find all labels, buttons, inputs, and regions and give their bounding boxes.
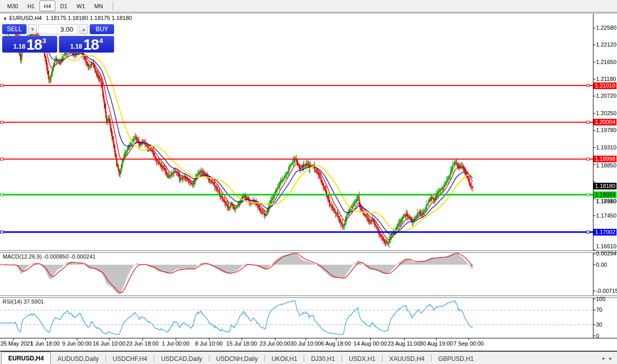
- price-tick-label: 1.19310: [596, 144, 616, 151]
- timeframe-button-w1[interactable]: W1: [73, 1, 90, 11]
- time-tick-label: 30 Aug 19:00: [420, 340, 453, 347]
- price-tick-label: 1.22120: [596, 41, 616, 48]
- chart-ohlc-header: ▲EURUSD,H41.18175 1.18180 1.18175 1.1818…: [3, 15, 132, 21]
- chevron-up-icon: ▲: [82, 27, 86, 32]
- candles-down-wicks: [5, 25, 473, 247]
- rsi-tick-label: 100: [596, 296, 616, 303]
- mt4-chart-window: M30H1H4D1W1MN ▲EURUSD,H41.18175 1.18180 …: [0, 0, 617, 364]
- sell-price-prefix: 1.18: [13, 43, 25, 50]
- tab-scroll-right-icon[interactable]: ▸: [609, 355, 612, 361]
- tab-scroll-left-icon[interactable]: ◂: [602, 355, 604, 361]
- chart-area[interactable]: [0, 0, 617, 364]
- timeframe-button-m30[interactable]: M30: [3, 1, 22, 11]
- chart-tab-usdx-h1[interactable]: USDX,H1: [342, 354, 382, 364]
- hline-handle[interactable]: [587, 84, 589, 87]
- hline-price-label: 1.17002: [593, 229, 616, 235]
- timeframe-button-h1[interactable]: H1: [23, 1, 38, 11]
- sell-price-big: 18: [26, 38, 41, 51]
- hline-price-label: 1.20004: [593, 119, 616, 125]
- hline-price-label: 1.18024: [593, 191, 616, 198]
- macd-histogram-area: [0, 253, 473, 294]
- buy-price-sup: 4: [99, 37, 103, 45]
- chevron-down-icon: ▼: [31, 27, 35, 32]
- panel-separator: [0, 295, 617, 296]
- panel-separator: [0, 250, 617, 251]
- rsi-tick-label: 70: [596, 307, 616, 313]
- sell-price-sup: 3: [42, 37, 46, 45]
- time-tick-label: 14 Aug 00:00: [354, 340, 387, 347]
- price-tick-label: 1.21180: [596, 76, 616, 82]
- price-tick-label: 1.17910: [596, 198, 616, 205]
- hline-handle[interactable]: [1, 121, 3, 123]
- chart-tab-usdchf-h4[interactable]: USDCHF,H4: [106, 354, 154, 364]
- time-tick-label: 6 Aug 18:00: [321, 340, 351, 347]
- sell-button[interactable]: SELL: [2, 24, 27, 34]
- tab-scroll-arrows: ◂▸: [602, 355, 617, 361]
- chart-tab-gbpusd-h1[interactable]: GBPUSD,H1: [432, 354, 480, 364]
- price-tick-label: 1.21650: [596, 59, 616, 66]
- time-tick-label: 23 Aug 11:00: [388, 340, 420, 347]
- panel-separator-gap: [0, 251, 617, 252]
- current-price-label: 1.18180: [593, 183, 616, 189]
- candles-up-bodies: [5, 29, 462, 244]
- timeframe-toolbar: M30H1H4D1W1MN: [0, 0, 617, 12]
- time-tick-label: 23 Jun 18:00: [126, 340, 159, 347]
- collapse-panel-icon[interactable]: ▲: [3, 16, 7, 20]
- panel-separator: [0, 252, 617, 253]
- chart-tab-usdcad-daily[interactable]: USDCAD,Daily: [154, 354, 209, 364]
- chart-tab-audusd-daily[interactable]: AUDUSD,Daily: [51, 354, 105, 364]
- macd-tick-label: -0.007151: [596, 288, 616, 294]
- one-click-trading-panel: SELL ▼ 3.00 ▲ BUY 1.18183 1.18184: [2, 24, 114, 53]
- ma-fast-line: [4, 30, 473, 240]
- price-tick-label: 1.17450: [596, 212, 616, 219]
- price-tick-label: 1.18850: [596, 162, 616, 169]
- price-tick-label: 1.20720: [596, 93, 616, 99]
- time-tick-label: 1 Jul 00:00: [162, 340, 189, 347]
- time-tick-label: 8 Jul 10:00: [195, 340, 223, 347]
- hline-handle[interactable]: [1, 158, 3, 160]
- chart-tab-ukoil-h1[interactable]: UKOil,H1: [265, 354, 304, 364]
- timeframe-button-h4[interactable]: H4: [39, 1, 55, 11]
- hline-handle[interactable]: [587, 121, 589, 123]
- hline-handle[interactable]: [1, 194, 3, 196]
- macd-tick-label: 0.002947: [596, 250, 616, 257]
- buy-price-prefix: 1.18: [70, 43, 82, 50]
- chart-tab-dj30-h1[interactable]: DJ30,H1: [304, 354, 342, 364]
- chart-ohlc-values: 1.18175 1.18180 1.18175 1.18180: [46, 15, 132, 21]
- timeframe-button-mn[interactable]: MN: [90, 1, 107, 11]
- hline-handle[interactable]: [1, 231, 3, 233]
- time-tick-label: 7 Sep 00:00: [453, 340, 483, 347]
- price-tick-label: 1.16510: [596, 243, 616, 250]
- time-tick-label: 25 May 2021: [1, 340, 33, 347]
- candles-up-wicks: [5, 26, 462, 248]
- sell-price-box[interactable]: 1.18183: [2, 36, 57, 53]
- time-tick-label: 16 Jun 10:00: [93, 340, 125, 347]
- price-tick-label: 1.22580: [596, 25, 616, 31]
- hline-handle[interactable]: [587, 194, 589, 196]
- price-tick-label: 1.20250: [596, 110, 616, 117]
- time-tick-label: 30 Jul 10:00: [290, 340, 321, 347]
- timeframe-button-d1[interactable]: D1: [56, 1, 72, 11]
- hline-price-label: 1.18998: [593, 156, 616, 162]
- toolbar-divider: [113, 2, 113, 11]
- time-tick-label: 1 Jun 18:00: [30, 340, 60, 347]
- chart-symbol-label: EURUSD,H4: [9, 15, 42, 21]
- volume-increase-button[interactable]: ▲: [79, 24, 88, 34]
- chart-tab-eurusd-h4[interactable]: EURUSD,H4: [1, 352, 51, 364]
- hline-price-label: 1.21010: [593, 82, 616, 89]
- rsi-line: [0, 301, 473, 335]
- volume-decrease-button[interactable]: ▼: [28, 24, 37, 34]
- rsi-tick-label: 0: [596, 333, 616, 339]
- rsi-tick-label: 30: [596, 322, 616, 328]
- chart-tab-bar: EURUSD,H4AUDUSD,DailyUSDCHF,H4USDCAD,Dai…: [0, 351, 617, 364]
- hline-handle[interactable]: [1, 84, 3, 87]
- buy-price-box[interactable]: 1.18184: [59, 36, 114, 53]
- rsi-indicator-label: RSI(14) 37.5901: [3, 298, 44, 305]
- volume-input[interactable]: 3.00: [38, 24, 78, 34]
- chart-tab-usdcnh-daily[interactable]: USDCNH,Daily: [209, 354, 264, 364]
- hline-handle[interactable]: [587, 231, 589, 233]
- hline-handle[interactable]: [587, 158, 589, 160]
- buy-button[interactable]: BUY: [90, 24, 114, 34]
- price-tick-label: 1.19780: [596, 127, 616, 134]
- chart-tab-xauusd-h4[interactable]: XAUUSD,H4: [382, 354, 431, 364]
